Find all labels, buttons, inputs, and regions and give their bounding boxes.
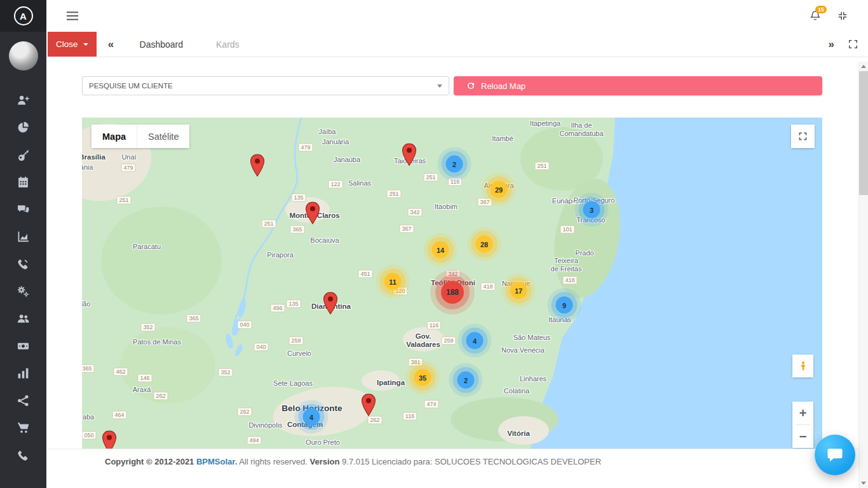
- map-cluster-marker[interactable]: 9: [556, 297, 573, 314]
- map-city-label: Januária: [322, 138, 349, 146]
- sidebar-item-phone-volume[interactable]: [16, 257, 31, 273]
- map-cluster-marker[interactable]: 2: [446, 156, 463, 173]
- sidebar-item-share-nodes[interactable]: [16, 394, 31, 409]
- map-controls-row: PESQUISE UM CLIENTE Reload Map: [82, 76, 822, 95]
- sidebar-item-area-chart[interactable]: [16, 230, 31, 245]
- map-city-label: Bocaiúva: [310, 236, 339, 245]
- chevron-down-icon: [437, 85, 442, 88]
- zoom-out-button[interactable]: −: [792, 425, 813, 448]
- sidebar-item-key[interactable]: [16, 148, 31, 163]
- road-badge: 352: [140, 323, 155, 332]
- logo-letter: A: [14, 6, 33, 25]
- map-city-label: Ilha de Comandatuba: [559, 121, 603, 137]
- map-cluster-marker[interactable]: 14: [432, 241, 449, 259]
- notifications-button[interactable]: 15: [810, 10, 821, 22]
- map-cluster-marker[interactable]: 11: [384, 273, 402, 290]
- map-type-map-button[interactable]: Mapa: [92, 125, 137, 148]
- scrollbar-down-arrow[interactable]: [859, 478, 868, 488]
- road-badge: 464: [112, 411, 126, 419]
- sidebar-item-users[interactable]: [16, 312, 31, 327]
- chat-widget-button[interactable]: [815, 435, 855, 475]
- client-select-value: PESQUISE UM CLIENTE: [89, 82, 173, 90]
- road-badge: 342: [407, 208, 422, 217]
- phone-volume-icon: [17, 258, 29, 273]
- sidebar-item-money[interactable]: [16, 339, 31, 355]
- close-button-label: Close: [56, 39, 78, 49]
- map-canvas[interactable]: 4794792512512512512511221351163673673423…: [82, 118, 822, 449]
- map-cluster-marker[interactable]: 188: [441, 281, 464, 304]
- client-search-select[interactable]: PESQUISE UM CLIENTE: [82, 76, 449, 95]
- user-avatar[interactable]: [9, 41, 38, 71]
- road-badge: 352: [218, 369, 233, 377]
- user-plus-icon: [17, 94, 29, 109]
- map-city-label: Itaúnas: [548, 316, 571, 324]
- road-badge: 116: [448, 178, 462, 186]
- map-cluster-marker[interactable]: 4: [466, 332, 484, 349]
- map-type-satellite-button[interactable]: Satélite: [137, 125, 189, 148]
- compress-icon[interactable]: [837, 11, 848, 21]
- map-city-label: Ipatinga: [377, 379, 405, 387]
- expand-tabs-right-button[interactable]: »: [829, 38, 834, 51]
- map-fullscreen-button[interactable]: [791, 125, 815, 148]
- close-button[interactable]: Close: [48, 32, 97, 57]
- collapse-tabs-left-button[interactable]: «: [97, 32, 126, 57]
- map-cluster-marker[interactable]: 4: [303, 409, 320, 426]
- money-icon: [17, 340, 29, 355]
- zoom-in-button[interactable]: +: [792, 402, 813, 424]
- map-cluster-marker[interactable]: 29: [491, 181, 508, 198]
- scrollbar-thumb[interactable]: [859, 71, 868, 195]
- map-cluster-marker[interactable]: 3: [583, 201, 600, 219]
- footer-copyright: Copyright © 2012-2021: [105, 457, 194, 466]
- map-cluster-marker[interactable]: 2: [458, 372, 475, 389]
- road-badge: 135: [286, 300, 301, 308]
- app-logo[interactable]: A: [0, 0, 46, 32]
- road-badge: 479: [121, 164, 135, 172]
- sidebar: A: [0, 0, 46, 488]
- map-pin-marker[interactable]: [323, 292, 338, 315]
- road-badge: 146: [137, 374, 152, 383]
- map-city-label: Itapetinga: [530, 119, 560, 128]
- road-badge: 262: [153, 392, 168, 400]
- map-city-label: Patos de Minas: [133, 338, 181, 346]
- scrollbar[interactable]: [858, 62, 868, 488]
- map-cluster-marker[interactable]: 35: [414, 369, 431, 386]
- sidebar-item-calendar[interactable]: [16, 175, 31, 191]
- map-pin-marker[interactable]: [305, 201, 320, 224]
- road-badge: 050: [82, 431, 97, 440]
- tabbar: Close « Dashboard Kards »: [46, 32, 868, 57]
- road-badge: 116: [403, 412, 417, 421]
- street-view-pegman-button[interactable]: [792, 355, 813, 377]
- map-city-label: Vitória: [507, 430, 530, 438]
- map-city-label: ânia: [82, 163, 93, 172]
- tab-dashboard[interactable]: Dashboard: [137, 32, 186, 57]
- footer-version-label: Version: [309, 457, 339, 466]
- map-city-label: Pirapora: [267, 251, 294, 259]
- sidebar-item-phone[interactable]: [16, 449, 31, 464]
- map-city-label: Colatina: [504, 387, 529, 395]
- map-pin-marker[interactable]: [361, 393, 376, 416]
- sidebar-item-gears[interactable]: [16, 285, 31, 300]
- sidebar-item-pie-chart[interactable]: [16, 121, 31, 136]
- reload-map-button[interactable]: Reload Map: [454, 76, 822, 95]
- map-cluster-marker[interactable]: 28: [476, 236, 493, 253]
- hamburger-menu-icon[interactable]: [67, 11, 79, 21]
- expand-icon[interactable]: [848, 39, 858, 49]
- bar-chart-icon: [17, 367, 29, 382]
- sidebar-item-user-plus[interactable]: [16, 93, 31, 109]
- area-chart-icon: [17, 231, 29, 245]
- map-city-label: Linhares: [520, 375, 546, 383]
- map-pin-marker[interactable]: [102, 430, 117, 449]
- road-badge: 251: [423, 173, 438, 182]
- map-pin-marker[interactable]: [402, 143, 417, 166]
- map-pin-marker[interactable]: [250, 154, 265, 177]
- tab-kards[interactable]: Kards: [214, 32, 242, 57]
- road-badge: 262: [237, 408, 252, 416]
- map-cluster-marker[interactable]: 17: [510, 282, 527, 299]
- sidebar-item-cart[interactable]: [16, 421, 31, 437]
- scrollbar-up-arrow[interactable]: [859, 62, 868, 71]
- phone-icon: [17, 449, 29, 464]
- sidebar-item-comments[interactable]: [16, 203, 31, 218]
- sidebar-item-bar-chart[interactable]: [16, 367, 31, 382]
- map-city-label: Paracatu: [133, 243, 161, 251]
- map-city-label: Divinópolis: [248, 421, 282, 430]
